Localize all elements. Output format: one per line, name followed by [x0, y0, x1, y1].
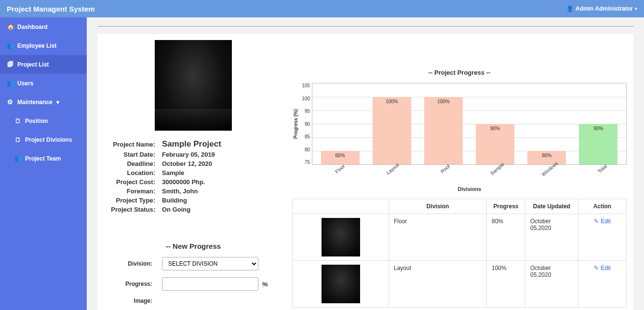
- table-cell-progress: 80%: [487, 214, 525, 261]
- chart: Progress (%) 1051009590858075 80%100%100…: [292, 83, 627, 165]
- chart-bar-label: 90%: [579, 126, 617, 131]
- table-header-img: [293, 199, 389, 214]
- brand-title: Project Managent System: [7, 5, 95, 13]
- chart-y-tick: 75: [299, 160, 310, 165]
- file-icon: 🗋: [14, 117, 21, 124]
- chart-bar-label: 90%: [476, 126, 514, 131]
- sidebar-item-label: Users: [17, 80, 33, 87]
- user-menu[interactable]: 👤 Admin Administrator ▾: [566, 5, 637, 12]
- table-header-progress: Progress: [487, 199, 525, 214]
- chart-y-tick: 100: [299, 96, 310, 101]
- table-cell-action: ✎Edit: [578, 214, 627, 261]
- project-status-label: Project Status:: [104, 206, 162, 213]
- progress-unit: %: [262, 281, 268, 288]
- location-value: Sample: [162, 169, 184, 176]
- chart-y-ticks: 1051009590858075: [299, 83, 312, 165]
- image-label: Image:: [104, 297, 162, 304]
- user-icon: 👤: [566, 5, 574, 12]
- chart-y-tick: 105: [299, 83, 310, 88]
- chart-y-tick: 95: [299, 108, 310, 114]
- sidebar-item-label: Project Team: [25, 155, 61, 162]
- project-cost-label: Project Cost:: [104, 178, 162, 186]
- project-cost-value: 30000000 Php.: [162, 178, 205, 186]
- deadline-value: October 12, 2020: [162, 160, 212, 167]
- division-thumbnail: [322, 265, 360, 303]
- table-cell-image: [293, 261, 389, 308]
- users-icon: 👥: [14, 155, 21, 162]
- project-card: Project Name: Sample Project Start Date:…: [97, 34, 633, 310]
- project-type-label: Project Type:: [104, 197, 162, 204]
- pencil-icon: ✎: [594, 218, 599, 225]
- sidebar-item-project-list[interactable]: 🗐 Project List: [0, 55, 87, 74]
- new-progress-title: -- New Progress: [104, 242, 282, 250]
- sidebar-item-maintenance[interactable]: ⚙ Maintenance ▾: [0, 93, 87, 111]
- table-cell-date: October 05,2020: [525, 261, 578, 308]
- chart-plot-area: 80%100%100%90%80%90%: [312, 83, 627, 165]
- users-icon: 👥: [7, 42, 13, 49]
- project-name-label: Project Name:: [104, 141, 162, 148]
- project-name-value: Sample Project: [162, 139, 221, 149]
- start-date-label: Start Date:: [104, 151, 162, 158]
- sidebar-sub-project-divisions[interactable]: 🗋 Project Divisions: [0, 130, 87, 149]
- progress-panel: -- Project Progress -- Progress (%) 1051…: [292, 40, 627, 308]
- sidebar-item-label: Employee List: [17, 42, 56, 49]
- sidebar-sub-project-team[interactable]: 👥 Project Team: [0, 149, 87, 168]
- divider: [97, 26, 633, 27]
- division-label: Division:: [104, 260, 162, 267]
- project-type-value: Building: [162, 197, 187, 204]
- edit-link[interactable]: ✎Edit: [594, 218, 611, 225]
- sidebar: 🏠 Dashboard 👥 Employee List 🗐 Project Li…: [0, 17, 87, 310]
- chart-bar-label: 100%: [424, 99, 463, 104]
- dashboard-icon: 🏠: [7, 23, 13, 30]
- table-cell-progress: 100%: [487, 261, 525, 308]
- table-cell-division: Layout: [389, 261, 487, 308]
- user-name: Admin Administrator: [576, 5, 633, 12]
- chart-y-tick: 90: [299, 121, 310, 127]
- deadline-label: Deadline:: [104, 160, 162, 167]
- sidebar-item-label: Project Divisions: [25, 136, 72, 143]
- chart-bar-label: 100%: [373, 99, 411, 104]
- edit-label: Edit: [601, 218, 611, 225]
- file-icon: 🗋: [14, 136, 21, 143]
- project-info-panel: Project Name: Sample Project Start Date:…: [104, 40, 282, 310]
- chart-x-axis-label: Divisions: [312, 186, 627, 192]
- start-date-value: February 05, 2019: [162, 151, 215, 158]
- chart-bar: 100%: [424, 97, 463, 164]
- sidebar-item-label: Maintenance: [17, 99, 53, 106]
- table-row: Layout100%October 05,2020✎Edit: [293, 261, 627, 308]
- progress-table: Division Progress Date Updated Action Fl…: [292, 199, 627, 308]
- division-select[interactable]: SELECT DIVISION: [162, 257, 258, 270]
- sidebar-item-dashboard[interactable]: 🏠 Dashboard: [0, 17, 87, 36]
- table-cell-image: [293, 214, 389, 261]
- table-cell-action: ✎Edit: [578, 261, 627, 308]
- sidebar-sub-position[interactable]: 🗋 Position: [0, 111, 87, 130]
- location-label: Location:: [104, 169, 162, 176]
- progress-label: Progress:: [104, 281, 162, 287]
- main-content: Project Name: Sample Project Start Date:…: [87, 17, 644, 310]
- division-thumbnail: [322, 218, 360, 256]
- sidebar-item-employee-list[interactable]: 👥 Employee List: [0, 36, 87, 55]
- foreman-value: Smith, John: [162, 188, 198, 195]
- sidebar-item-users[interactable]: 👥 Users: [0, 74, 87, 93]
- chart-y-tick: 80: [299, 147, 310, 152]
- table-cell-division: Floor: [389, 214, 487, 261]
- pencil-icon: ✎: [594, 265, 599, 271]
- chart-y-axis-label: Progress (%): [292, 83, 299, 165]
- project-status-value: On Going: [162, 206, 190, 213]
- chevron-down-icon: ▾: [56, 99, 59, 106]
- sidebar-item-label: Project List: [17, 61, 49, 68]
- edit-link[interactable]: ✎Edit: [594, 265, 611, 271]
- table-header-action: Action: [578, 199, 627, 214]
- table-cell-date: October 05,2020: [525, 214, 578, 261]
- table-row: Floor80%October 05,2020✎Edit: [293, 214, 627, 261]
- table-header-division: Division: [389, 199, 487, 214]
- sidebar-item-label: Position: [25, 118, 48, 124]
- sidebar-item-label: Dashboard: [17, 24, 48, 30]
- chart-x-ticks: FloorLayoutRoofSampleWindowsTotal: [312, 167, 627, 184]
- users-icon: 👥: [7, 80, 13, 87]
- foreman-label: Foreman:: [104, 188, 162, 195]
- table-header-date: Date Updated: [525, 199, 578, 214]
- progress-input[interactable]: [162, 277, 258, 291]
- chart-title: -- Project Progress --: [292, 69, 627, 76]
- copy-icon: 🗐: [7, 61, 13, 68]
